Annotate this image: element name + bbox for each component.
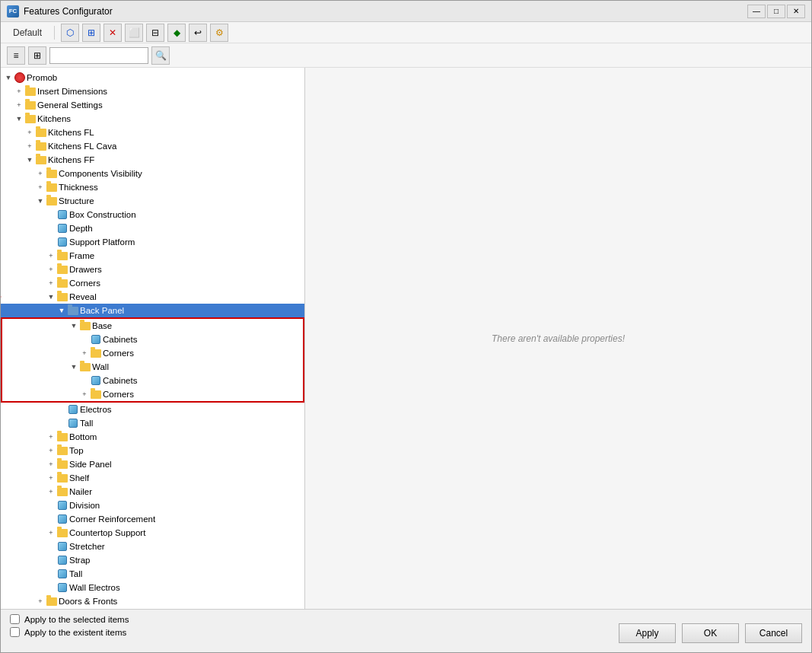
expand-btn[interactable]: ⊞ xyxy=(28,46,46,65)
tree-row-stretcher[interactable]: + Stretcher xyxy=(1,540,304,553)
expand-kitchens-fl[interactable]: + xyxy=(25,128,34,137)
expand-comp-vis[interactable]: + xyxy=(36,169,45,178)
ok-button[interactable]: OK xyxy=(682,623,739,643)
tree-row-base[interactable]: ▼ Base xyxy=(2,319,303,333)
export-icon-btn[interactable]: ⊟ xyxy=(146,24,164,42)
tree-row-top[interactable]: + Top xyxy=(1,444,304,457)
expand-bottom[interactable]: + xyxy=(46,432,56,441)
label-promob: Promob xyxy=(27,73,57,82)
apply-button[interactable]: Apply xyxy=(619,623,676,643)
minimize-button[interactable]: — xyxy=(747,5,766,18)
move-icon-btn[interactable]: ⊞ xyxy=(82,24,100,42)
label-base-corners: Corners xyxy=(103,349,134,358)
apply-selected-checkbox[interactable] xyxy=(10,614,20,624)
tree-row-tall[interactable]: + Tall xyxy=(1,416,304,430)
expand-base[interactable]: ▼ xyxy=(69,321,78,330)
label-nailer: Nailer xyxy=(69,487,92,496)
tree-row-reveal[interactable]: ▼ Reveal xyxy=(1,290,304,304)
tree-row-division[interactable]: + Division xyxy=(1,499,304,512)
tree-row-depth[interactable]: + Depth xyxy=(1,221,304,235)
maximize-button[interactable]: □ xyxy=(767,5,785,18)
tree-row-wall[interactable]: ▼ Wall xyxy=(2,360,303,374)
tree-row-drawers[interactable]: + Drawers xyxy=(1,263,304,276)
apply-existent-label: Apply to the existent items xyxy=(24,628,126,637)
filter-btn[interactable]: ≡ xyxy=(7,46,25,65)
expand-corners[interactable]: + xyxy=(46,279,56,288)
icon-tall xyxy=(68,418,78,428)
expand-back-panel[interactable]: ▼ xyxy=(57,306,66,315)
tree-row-base-corners[interactable]: + Corners xyxy=(2,346,303,360)
tree-row-wall-corners[interactable]: + Corners xyxy=(2,387,303,401)
tree-row-box-construction[interactable]: + Box Construction xyxy=(1,208,304,221)
label-wall-corners: Corners xyxy=(103,390,134,399)
tree-row-strap[interactable]: + Strap xyxy=(1,553,304,567)
apply-existent-checkbox[interactable] xyxy=(10,627,20,637)
tree-row-support-platform[interactable]: + Support Platform xyxy=(1,235,304,249)
expand-doors-fronts[interactable]: + xyxy=(36,597,45,606)
expand-top[interactable]: + xyxy=(46,446,56,455)
tree-row-promob[interactable]: ▼ Promob xyxy=(1,71,304,84)
tree-row-wall-cabinets[interactable]: + Cabinets xyxy=(2,374,303,387)
tree-row-electros[interactable]: + Electros xyxy=(1,403,304,416)
tree-row-back-panel[interactable]: ▼ Back Panel xyxy=(1,304,304,317)
expand-kitchens-ff[interactable]: ▼ xyxy=(25,155,34,164)
search-input[interactable] xyxy=(49,47,148,64)
expand-base-corners[interactable]: + xyxy=(80,349,89,358)
cancel-button[interactable]: Cancel xyxy=(745,623,802,643)
refresh-icon-btn[interactable]: ↩ xyxy=(189,24,207,42)
settings-icon-btn[interactable]: ◆ xyxy=(167,24,186,42)
tree-row-tall-structure[interactable]: + Tall xyxy=(1,567,304,581)
info-icon-btn[interactable]: ⚙ xyxy=(210,24,228,42)
tree-row-wall-electros[interactable]: + Wall Electros xyxy=(1,581,304,594)
copy-icon-btn[interactable]: ⬜ xyxy=(125,24,143,42)
tree-row-countertop-support[interactable]: + Countertop Support xyxy=(1,526,304,540)
expand-kitchens-fl-cava[interactable]: + xyxy=(25,142,34,151)
expand-nailer[interactable]: + xyxy=(46,487,56,496)
footer-buttons: Apply OK Cancel xyxy=(619,623,802,643)
tree-row-structure[interactable]: ▼ Structure xyxy=(1,194,304,208)
tree-row-shelf[interactable]: + Shelf xyxy=(1,471,304,485)
expand-drawers[interactable]: + xyxy=(46,265,56,274)
tree-row-kitchens-fl[interactable]: + Kitchens FL xyxy=(1,126,304,139)
icon-promob xyxy=(14,72,25,83)
icon-corners xyxy=(57,278,68,288)
expand-side-panel[interactable]: + xyxy=(46,460,56,469)
close-button[interactable]: ✕ xyxy=(787,5,805,18)
tree-row-corner-reinforcement[interactable]: + Corner Reinforcement xyxy=(1,512,304,526)
tree-row-base-cabinets[interactable]: + Cabinets xyxy=(2,333,303,346)
label-kitchens: Kitchens xyxy=(37,114,71,123)
tree-row-kitchens-ff[interactable]: ▼ Kitchens FF xyxy=(1,153,304,167)
expand-wall-corners[interactable]: + xyxy=(80,390,89,399)
expand-gen-settings[interactable]: + xyxy=(14,100,24,110)
tree-row-thickness[interactable]: + Thickness xyxy=(1,180,304,194)
tree-row-doors-fronts[interactable]: + Doors & Fronts xyxy=(1,594,304,608)
tree-row-insert-dimensions[interactable]: + Insert Dimensions xyxy=(1,84,304,98)
title-bar-left: FC Features Configurator xyxy=(7,5,113,18)
expand-structure[interactable]: ▼ xyxy=(36,196,45,205)
delete-icon-btn[interactable]: ✕ xyxy=(103,24,122,42)
tree-row-nailer[interactable]: + Nailer xyxy=(1,485,304,499)
tree-row-comp-visibility[interactable]: + Components Visibility xyxy=(1,167,304,180)
expand-shelf[interactable]: + xyxy=(46,473,56,483)
tree-row-kitchens[interactable]: ▼ Kitchens xyxy=(1,112,304,126)
expand-reveal[interactable]: ▼ xyxy=(46,292,56,301)
tree-row-bottom[interactable]: + Bottom xyxy=(1,430,304,444)
expand-kitchens[interactable]: ▼ xyxy=(14,114,24,123)
icon-stretcher xyxy=(57,541,68,552)
tree-row-side-panel[interactable]: + Side Panel xyxy=(1,457,304,471)
label-bottom: Bottom xyxy=(69,432,97,441)
expand-promob[interactable]: ▼ xyxy=(4,73,13,82)
expand-insert-dims[interactable]: + xyxy=(14,87,24,96)
expand-thickness[interactable]: + xyxy=(36,183,45,192)
expand-countertop[interactable]: + xyxy=(46,528,56,537)
expand-wall[interactable]: ▼ xyxy=(69,362,78,371)
label-top: Top xyxy=(69,446,84,455)
select-icon-btn[interactable]: ⬡ xyxy=(61,24,79,42)
tree-row-kitchens-fl-cava[interactable]: + Kitchens FL Cava xyxy=(1,139,304,153)
tree-row-general-settings[interactable]: + General Settings xyxy=(1,98,304,112)
tree-row-frame[interactable]: + Frame xyxy=(1,249,304,263)
tree-row-corners[interactable]: + Corners xyxy=(1,276,304,290)
refresh-icon: ↩ xyxy=(194,27,202,38)
expand-frame[interactable]: + xyxy=(46,251,56,260)
search-btn[interactable]: 🔍 xyxy=(151,46,170,65)
